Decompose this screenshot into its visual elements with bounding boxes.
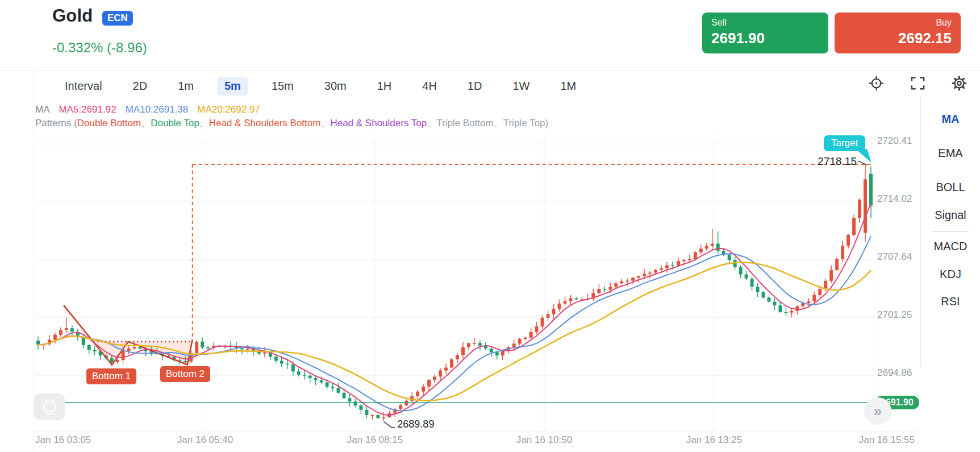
sidebar-item-ma[interactable]: MA: [921, 113, 980, 127]
x-axis-tick: Jan 16 13:25: [686, 434, 742, 446]
y-axis-tick: 2707.64: [877, 251, 912, 263]
sidebar-item-ema[interactable]: EMA: [921, 147, 980, 161]
sidebar-item-rsi[interactable]: RSI: [921, 295, 980, 310]
rotate-icon: [40, 399, 59, 416]
plot-right-border: [874, 132, 874, 431]
sidebar-item-kdj[interactable]: KDJ: [921, 268, 980, 283]
sidebar-group-divider: [932, 231, 969, 232]
x-axis-tick: Jan 16 08:15: [347, 434, 403, 446]
indicator-sidebar: MAEMABOLLSignalMACDKDJRSI: [921, 113, 980, 310]
y-axis-tick: 2694.86: [877, 367, 912, 379]
x-axis-tick: Jan 16 15:55: [859, 434, 915, 446]
expand-panel-button[interactable]: »: [864, 397, 891, 425]
sidebar-item-signal[interactable]: Signal: [921, 209, 980, 223]
x-axis-tick: Jan 16 05:40: [177, 434, 233, 446]
target-badge: Target: [824, 135, 865, 151]
y-axis-tick: 2714.02: [877, 193, 912, 205]
target-price-label: 2718.15: [733, 155, 857, 168]
x-axis-line: [33, 431, 918, 432]
x-axis-tick: Jan 16 03:05: [35, 434, 91, 446]
sidebar-item-macd[interactable]: MACD: [921, 240, 980, 255]
trading-app: Gold ECN -0.332% (-8.96) Sell 2691.90 Bu…: [0, 0, 980, 452]
low-price-label: 2689.89: [397, 418, 434, 430]
y-axis-tick: 2701.25: [877, 309, 912, 321]
y-axis-tick: 2720.41: [877, 135, 912, 147]
x-axis-tick: Jan 16 10:50: [516, 434, 572, 446]
candlestick-chart[interactable]: [0, 0, 980, 452]
panel-left-border: [33, 71, 34, 452]
sidebar-item-boll[interactable]: BOLL: [921, 181, 980, 196]
pattern-label-bottom-1: Bottom 1: [86, 368, 136, 384]
rotate-screen-button[interactable]: [34, 393, 65, 420]
pattern-label-bottom-2: Bottom 2: [160, 366, 210, 382]
chevron-double-right-icon: »: [874, 403, 882, 420]
